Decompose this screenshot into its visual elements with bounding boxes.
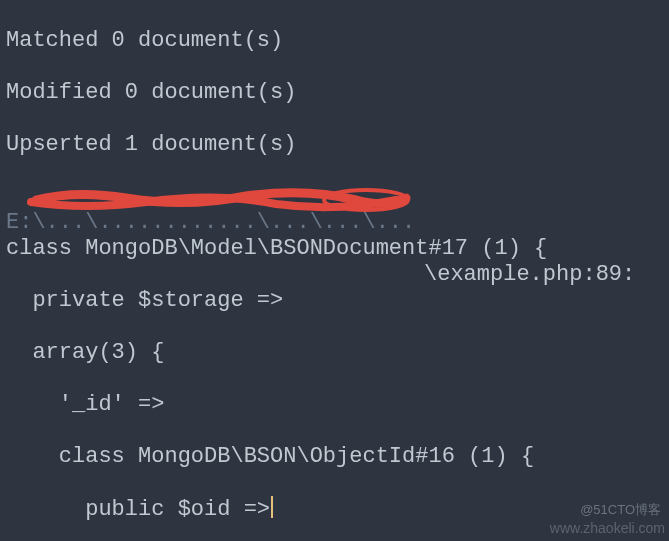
modified-line: Modified 0 document(s) (6, 80, 663, 106)
redaction-mark-icon (16, 188, 416, 212)
upserted-line: Upserted 1 document(s) (6, 132, 663, 158)
terminal-output: Matched 0 document(s) Modified 0 documen… (0, 0, 669, 541)
id-key: '_id' => (6, 392, 663, 418)
text-cursor (271, 496, 273, 518)
redacted-path-line: E:\...\............\...\...\... \example… (6, 184, 663, 210)
path-suffix: \example.php:89: (424, 262, 635, 288)
array-open: array(3) { (6, 340, 663, 366)
objectid-class: class MongoDB\BSON\ObjectId#16 (1) { (6, 444, 663, 470)
matched-line: Matched 0 document(s) (6, 28, 663, 54)
oid-text: public $oid => (6, 497, 270, 522)
watermark-site: www.zhaokeli.com (550, 515, 665, 541)
redacted-background-text: E:\...\............\...\...\... (6, 210, 415, 236)
storage-property: private $storage => (6, 288, 663, 314)
class-declaration: class MongoDB\Model\BSONDocument#17 (1) … (6, 236, 663, 262)
